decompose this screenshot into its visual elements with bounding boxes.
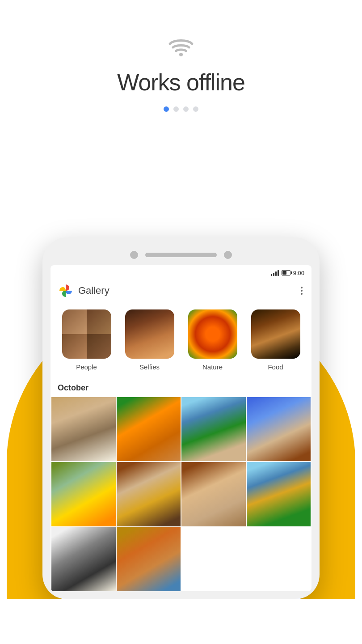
category-people-label: People	[76, 363, 97, 371]
main-title: Works offline	[117, 69, 245, 96]
app-name: Gallery	[78, 285, 109, 297]
phone-sensor	[224, 251, 232, 259]
signal-bar-3	[275, 271, 277, 276]
category-food-label: Food	[268, 363, 283, 371]
more-options-button[interactable]	[299, 285, 304, 297]
category-people[interactable]: People	[62, 309, 111, 371]
photo-cell-van[interactable]	[247, 462, 311, 526]
food-thumbnail	[251, 309, 300, 359]
people-cell-4	[87, 334, 111, 359]
phone-screen: 9:00	[51, 265, 311, 592]
svg-point-0	[179, 53, 183, 56]
signal-bar-4	[278, 270, 279, 276]
more-dot-3	[301, 293, 303, 295]
photo-cell-seeds[interactable]	[181, 462, 246, 526]
more-dot-2	[301, 290, 303, 292]
people-cell-1	[62, 309, 87, 334]
category-selfies-label: Selfies	[139, 363, 160, 371]
phone-body: 9:00	[42, 237, 320, 600]
category-selfies[interactable]: Selfies	[125, 309, 174, 371]
photo-cell-bowl[interactable]	[117, 462, 181, 526]
page-indicators	[164, 106, 198, 112]
app-header: Gallery	[51, 279, 311, 306]
photo-cell-mural[interactable]	[51, 462, 116, 526]
photo-cell-veggies[interactable]	[117, 397, 181, 462]
photo-cell-woman[interactable]	[247, 397, 311, 462]
intro-section: Works offline	[0, 0, 362, 130]
category-nature[interactable]: Nature	[188, 309, 237, 371]
category-food[interactable]: Food	[251, 309, 300, 371]
dot-1[interactable]	[164, 106, 169, 112]
more-dot-1	[301, 287, 303, 288]
status-time: 9:00	[293, 270, 304, 276]
phone-top-bar	[51, 246, 311, 265]
battery-icon	[282, 270, 290, 275]
app-logo-title: Gallery	[58, 283, 109, 299]
people-thumbnail	[62, 309, 111, 359]
phone-speaker	[145, 253, 217, 257]
signal-icon	[271, 270, 279, 276]
battery-fill	[282, 271, 287, 275]
photo-cell-palms[interactable]	[181, 397, 246, 462]
selfies-thumbnail	[125, 309, 174, 359]
dot-3[interactable]	[183, 106, 189, 112]
people-cell-3	[62, 334, 87, 359]
app-logo-icon	[58, 283, 74, 299]
dot-2[interactable]	[173, 106, 179, 112]
photo-cell-art2[interactable]	[117, 527, 181, 592]
phone-camera	[130, 251, 138, 259]
timeline-section-label: October	[51, 380, 311, 397]
photo-cell-art1[interactable]	[51, 527, 116, 592]
status-bar: 9:00	[51, 265, 311, 279]
photo-grid	[51, 397, 311, 592]
category-nature-label: Nature	[202, 363, 223, 371]
nature-thumbnail	[188, 309, 237, 359]
signal-bar-1	[271, 274, 272, 276]
hero-section: 9:00	[0, 130, 362, 599]
photo-cell-horse[interactable]	[51, 397, 116, 462]
dot-4[interactable]	[193, 106, 198, 112]
categories-row: People Selfies Nature Food	[51, 306, 311, 380]
signal-bar-2	[273, 273, 274, 276]
phone-mockup: 9:00	[42, 229, 320, 600]
wifi-icon	[168, 36, 194, 60]
people-cell-2	[87, 309, 111, 334]
